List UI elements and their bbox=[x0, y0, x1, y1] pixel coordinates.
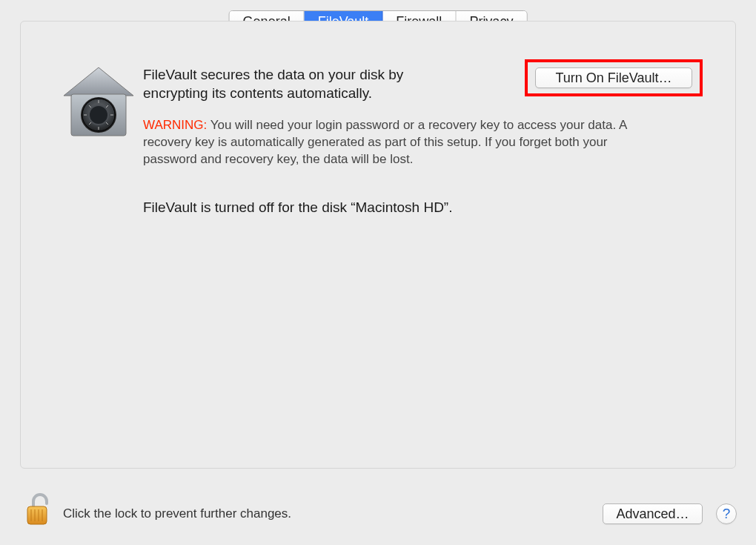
filevault-status: FileVault is turned off for the disk “Ma… bbox=[143, 199, 721, 216]
svg-point-4 bbox=[89, 105, 108, 125]
turn-on-filevault-button[interactable]: Turn On FileVault… bbox=[535, 67, 692, 88]
filevault-text-block: FileVault secures the data on your disk … bbox=[143, 66, 721, 216]
warning-label: WARNING: bbox=[143, 118, 207, 132]
filevault-content-pane: FileVault secures the data on your disk … bbox=[20, 21, 736, 469]
filevault-house-icon bbox=[58, 66, 139, 140]
svg-marker-0 bbox=[64, 67, 133, 96]
svg-rect-13 bbox=[27, 506, 47, 524]
filevault-warning: WARNING: You will need your login passwo… bbox=[143, 117, 662, 168]
unlocked-padlock-icon bbox=[23, 492, 53, 530]
lock-toggle[interactable] bbox=[20, 493, 56, 529]
warning-text: You will need your login password or a r… bbox=[143, 118, 626, 166]
advanced-button[interactable]: Advanced… bbox=[603, 503, 703, 524]
security-preferences-window: General FileVault Firewall Privacy bbox=[0, 0, 756, 545]
help-button[interactable]: ? bbox=[716, 503, 737, 524]
filevault-description: FileVault secures the data on your disk … bbox=[143, 66, 469, 102]
preferences-footer: Click the lock to prevent further change… bbox=[0, 493, 756, 545]
lock-help-text: Click the lock to prevent further change… bbox=[63, 506, 291, 521]
